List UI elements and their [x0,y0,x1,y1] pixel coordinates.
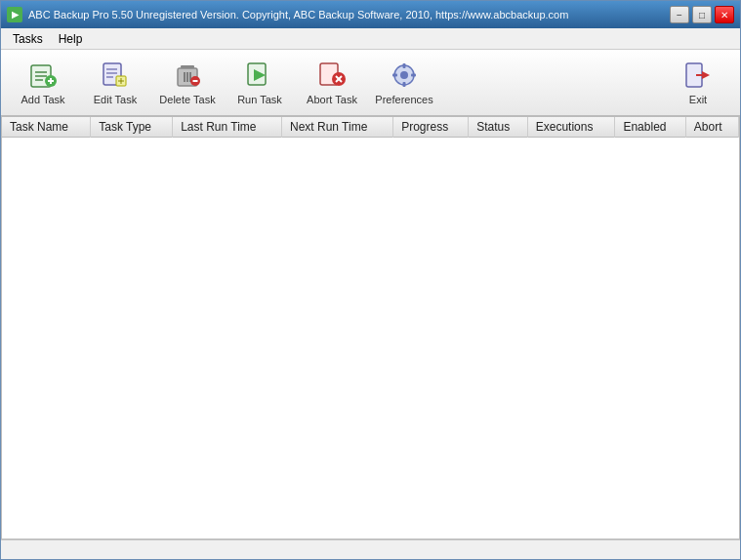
edit-task-icon [100,60,131,91]
svg-point-28 [400,71,408,79]
maximize-button[interactable]: □ [692,6,712,23]
abort-task-button[interactable]: Abort Task [298,55,366,111]
preferences-button[interactable]: Preferences [370,55,438,111]
edit-task-button[interactable]: Edit Task [81,55,149,111]
preferences-icon [389,60,420,91]
menu-tasks[interactable]: Tasks [5,30,51,48]
add-task-label: Add Task [21,94,64,105]
status-bar [1,540,740,559]
svg-rect-31 [392,74,397,77]
title-controls: − □ ✕ [670,6,734,23]
task-table: Task Name Task Type Last Run Time Next R… [2,117,739,138]
run-task-label: Run Task [237,94,282,105]
title-bar: ▶ ABC Backup Pro 5.50 Unregistered Versi… [1,1,740,28]
abort-task-label: Abort Task [307,94,357,105]
col-status: Status [469,117,527,138]
add-task-button[interactable]: Add Task [9,55,77,111]
svg-rect-30 [403,82,406,87]
minimize-button[interactable]: − [670,6,689,23]
window-title: ABC Backup Pro 5.50 Unregistered Version… [28,9,568,20]
preferences-label: Preferences [375,94,432,105]
svg-rect-32 [411,74,416,77]
delete-task-label: Delete Task [159,94,215,105]
add-task-icon [27,60,59,91]
menu-help[interactable]: Help [51,30,91,48]
run-task-icon [244,60,275,91]
exit-button[interactable]: Exit [664,55,732,111]
col-enabled: Enabled [615,117,685,138]
toolbar: Add Task Edit Task [1,50,740,116]
run-task-button[interactable]: Run Task [226,55,294,111]
edit-task-label: Edit Task [94,94,137,105]
abort-task-icon [316,60,348,91]
table-header-row: Task Name Task Type Last Run Time Next R… [2,117,739,138]
task-table-container: Task Name Task Type Last Run Time Next R… [1,116,740,540]
main-window: ▶ ABC Backup Pro 5.50 Unregistered Versi… [0,0,741,560]
delete-task-button[interactable]: Delete Task [153,55,222,111]
close-button[interactable]: ✕ [715,6,734,23]
exit-icon [682,60,714,91]
delete-task-icon [172,60,203,91]
app-icon: ▶ [7,7,22,22]
col-progress: Progress [393,117,469,138]
col-abort: Abort [685,117,738,138]
col-task-type: Task Type [91,117,173,138]
col-last-run: Last Run Time [173,117,282,138]
col-next-run: Next Run Time [281,117,392,138]
menu-bar: Tasks Help [1,28,740,50]
svg-rect-29 [403,63,406,68]
exit-label: Exit [689,94,707,105]
col-executions: Executions [527,117,615,138]
col-task-name: Task Name [2,117,91,138]
title-bar-left: ▶ ABC Backup Pro 5.50 Unregistered Versi… [7,7,568,22]
